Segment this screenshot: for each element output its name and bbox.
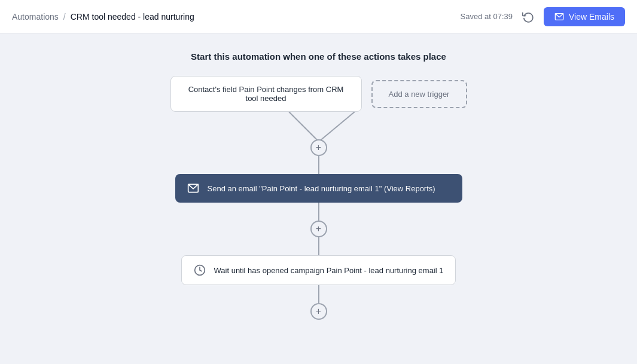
plus-icon-2: + — [316, 224, 321, 234]
send-email-icon — [187, 182, 199, 194]
wait-icon — [194, 264, 206, 276]
breadcrumb-separator: / — [63, 12, 66, 22]
send-email-label: Send an email "Pain Point - lead nurturi… — [208, 184, 435, 193]
trigger-label: Contact's field Pain Point changes from … — [188, 85, 344, 103]
email-icon — [554, 12, 564, 22]
add-step-button-2[interactable]: + — [310, 221, 327, 237]
breadcrumb-current: CRM tool needed - lead nurturing — [71, 12, 194, 22]
view-emails-button[interactable]: View Emails — [544, 7, 625, 26]
history-button[interactable] — [520, 8, 537, 25]
flow-title: Start this automation when one of these … — [191, 51, 446, 62]
plus-connector-3: + — [310, 285, 327, 320]
trigger-row: Contact's field Pain Point changes from … — [170, 76, 467, 112]
line-3 — [318, 237, 319, 255]
breadcrumb: Automations / CRM tool needed - lead nur… — [12, 12, 194, 22]
automation-canvas: Start this automation when one of these … — [0, 33, 637, 364]
breadcrumb-parent[interactable]: Automations — [12, 12, 59, 22]
wait-card[interactable]: Wait until has opened campaign Pain Poin… — [181, 255, 456, 285]
plus-connector-1: + — [310, 139, 327, 174]
view-emails-label: View Emails — [569, 12, 614, 22]
plus-icon-1: + — [316, 142, 321, 153]
line-4 — [318, 285, 319, 303]
trigger-card[interactable]: Contact's field Pain Point changes from … — [170, 76, 362, 112]
add-trigger-label: Add a new trigger — [389, 90, 450, 99]
add-step-button-1[interactable]: + — [310, 139, 327, 156]
add-step-button-3[interactable]: + — [310, 303, 327, 320]
line-2 — [318, 203, 319, 221]
saved-status: Saved at 07:39 — [461, 12, 513, 21]
clock-icon — [194, 264, 206, 276]
wait-label: Wait until has opened campaign Pain Poin… — [214, 266, 444, 275]
envelope-icon — [187, 182, 199, 194]
header: Automations / CRM tool needed - lead nur… — [0, 0, 637, 33]
line-1 — [318, 156, 319, 174]
flow-container: Start this automation when one of these … — [0, 33, 637, 364]
plus-connector-2: + — [310, 203, 327, 255]
header-right: Saved at 07:39 View Emails — [461, 7, 625, 26]
plus-icon-3: + — [316, 306, 321, 317]
add-trigger-card[interactable]: Add a new trigger — [371, 80, 467, 108]
svg-line-1 — [289, 112, 319, 142]
svg-line-2 — [319, 112, 355, 142]
history-icon — [522, 11, 534, 23]
send-email-card[interactable]: Send an email "Pain Point - lead nurturi… — [175, 174, 462, 203]
